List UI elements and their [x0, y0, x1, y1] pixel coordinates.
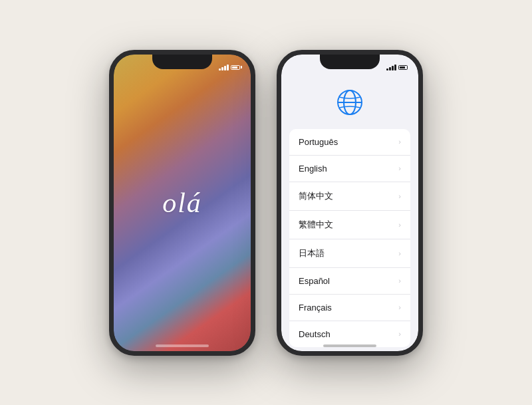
left-notch [152, 55, 212, 69]
chevron-icon: › [398, 164, 401, 172]
left-home-indicator [156, 344, 209, 347]
left-phone: olá [109, 50, 255, 356]
right-home-indicator [323, 344, 376, 347]
language-label: 日本語 [299, 247, 325, 259]
ola-greeting: olá [162, 187, 202, 219]
language-label: 繁體中文 [299, 219, 333, 231]
chevron-icon: › [398, 303, 401, 311]
language-label: Español [299, 276, 330, 286]
globe-icon [335, 88, 364, 117]
language-item-繁體中文[interactable]: 繁體中文› [289, 211, 410, 239]
right-notch [320, 55, 380, 69]
left-battery-icon [231, 65, 240, 70]
left-screen: olá [114, 55, 251, 351]
right-phone: Português›English›简体中文›繁體中文›日本語›Español›… [277, 50, 423, 356]
right-screen: Português›English›简体中文›繁體中文›日本語›Español›… [281, 55, 418, 351]
language-label: Deutsch [299, 329, 331, 339]
language-label: 简体中文 [299, 190, 333, 202]
language-label: Français [299, 303, 332, 313]
chevron-icon: › [398, 277, 401, 285]
language-item-español[interactable]: Español› [289, 268, 410, 295]
chevron-icon: › [398, 138, 401, 146]
right-signal-icon [386, 65, 396, 70]
right-status-icons [386, 65, 408, 70]
left-signal-icon [219, 65, 229, 70]
language-item-english[interactable]: English› [289, 156, 410, 182]
language-item-français[interactable]: Français› [289, 295, 410, 321]
language-item-deutsch[interactable]: Deutsch› [289, 321, 410, 347]
chevron-icon: › [398, 249, 401, 257]
chevron-icon: › [398, 192, 401, 200]
chevron-icon: › [398, 221, 401, 229]
chevron-icon: › [398, 330, 401, 338]
language-item-日本語[interactable]: 日本語› [289, 239, 410, 268]
left-status-icons [219, 65, 240, 70]
language-label: Português [299, 137, 338, 147]
language-item-简体中文[interactable]: 简体中文› [289, 182, 410, 211]
language-list: Português›English›简体中文›繁體中文›日本語›Español›… [281, 129, 418, 347]
globe-area [335, 88, 364, 117]
language-label: English [299, 164, 327, 174]
right-battery-icon [398, 65, 408, 70]
language-item-português[interactable]: Português› [289, 129, 410, 156]
